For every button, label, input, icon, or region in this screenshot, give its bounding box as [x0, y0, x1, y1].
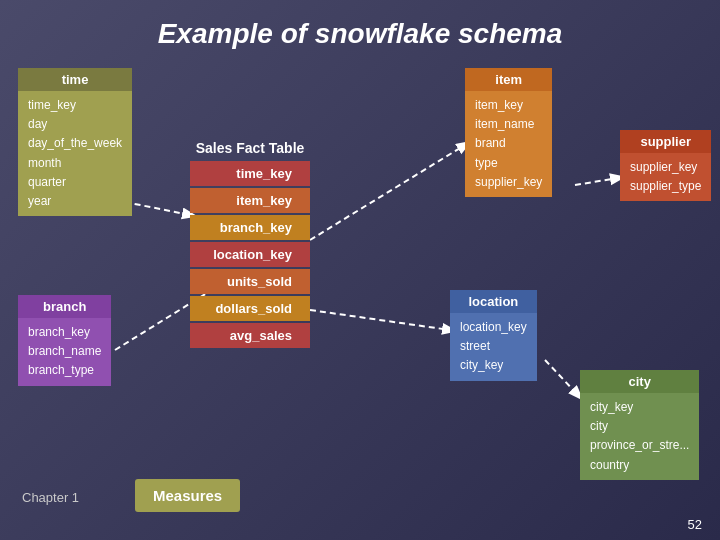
fact-branchkey: branch_key: [190, 215, 310, 240]
chapter-label: Chapter 1: [22, 490, 79, 505]
slide: Example of snowflake schema time time_ke…: [0, 0, 720, 540]
supplier-table-body: supplier_key supplier_type: [620, 153, 711, 201]
location-table: location location_key street city_key: [450, 290, 537, 381]
city-table: city city_key city province_or_stre... c…: [580, 370, 699, 480]
sales-fact-table: Sales Fact Table time_key item_key branc…: [190, 140, 310, 350]
branch-field-1: branch_name: [28, 342, 101, 361]
item-table-header: item: [465, 68, 552, 91]
time-field-4: quarter: [28, 173, 122, 192]
city-field-2: province_or_stre...: [590, 436, 689, 455]
item-field-1: item_name: [475, 115, 542, 134]
fact-unitssold: units_sold: [190, 269, 310, 294]
time-table-header: time: [18, 68, 132, 91]
location-table-body: location_key street city_key: [450, 313, 537, 381]
city-table-body: city_key city province_or_stre... countr…: [580, 393, 699, 480]
location-field-1: street: [460, 337, 527, 356]
location-field-0: location_key: [460, 318, 527, 337]
slide-title: Example of snowflake schema: [0, 0, 720, 60]
supplier-field-0: supplier_key: [630, 158, 701, 177]
time-field-3: month: [28, 154, 122, 173]
sales-fact-label: Sales Fact Table: [190, 140, 310, 156]
item-table-body: item_key item_name brand type supplier_k…: [465, 91, 552, 197]
item-field-4: supplier_key: [475, 173, 542, 192]
time-table-body: time_key day day_of_the_week month quart…: [18, 91, 132, 216]
item-field-2: brand: [475, 134, 542, 153]
fact-avgsales: avg_sales: [190, 323, 310, 348]
branch-table-body: branch_key branch_name branch_type: [18, 318, 111, 386]
fact-dollarssold: dollars_sold: [190, 296, 310, 321]
fact-locationkey: location_key: [190, 242, 310, 267]
location-table-header: location: [450, 290, 537, 313]
branch-table-header: branch: [18, 295, 111, 318]
city-table-header: city: [580, 370, 699, 393]
branch-field-2: branch_type: [28, 361, 101, 380]
city-field-0: city_key: [590, 398, 689, 417]
fact-timekey: time_key: [190, 161, 310, 186]
supplier-field-1: supplier_type: [630, 177, 701, 196]
supplier-table: supplier supplier_key supplier_type: [620, 130, 711, 201]
supplier-table-header: supplier: [620, 130, 711, 153]
city-field-3: country: [590, 456, 689, 475]
item-field-0: item_key: [475, 96, 542, 115]
time-table: time time_key day day_of_the_week month …: [18, 68, 132, 216]
time-field-0: time_key: [28, 96, 122, 115]
branch-field-0: branch_key: [28, 323, 101, 342]
measures-label: Measures: [135, 479, 240, 512]
item-table: item item_key item_name brand type suppl…: [465, 68, 552, 197]
item-field-3: type: [475, 154, 542, 173]
city-field-1: city: [590, 417, 689, 436]
time-field-5: year: [28, 192, 122, 211]
fact-itemkey: item_key: [190, 188, 310, 213]
time-field-2: day_of_the_week: [28, 134, 122, 153]
time-field-1: day: [28, 115, 122, 134]
page-number: 52: [688, 517, 702, 532]
location-field-2: city_key: [460, 356, 527, 375]
branch-table: branch branch_key branch_name branch_typ…: [18, 295, 111, 386]
